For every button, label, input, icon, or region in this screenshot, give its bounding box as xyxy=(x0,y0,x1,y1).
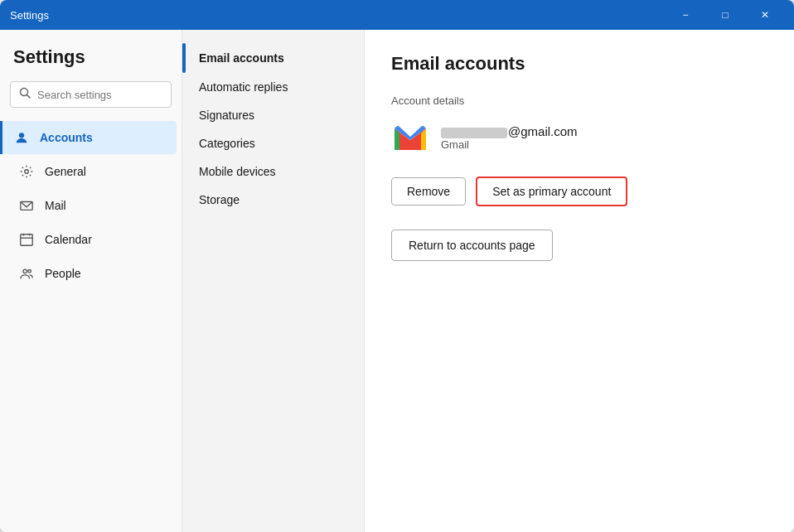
account-type: Gmail xyxy=(441,138,578,151)
section-label: Account details xyxy=(391,94,767,107)
title-bar-title: Settings xyxy=(10,9,49,22)
search-icon xyxy=(19,87,31,102)
gmail-logo xyxy=(391,118,429,157)
settings-window: Settings − □ ✕ Settings xyxy=(0,0,794,532)
middle-nav-email-accounts-label: Email accounts xyxy=(199,51,284,65)
mail-icon xyxy=(18,197,35,214)
title-bar-controls: − □ ✕ xyxy=(666,2,784,28)
sidebar-item-people[interactable]: People xyxy=(5,257,177,290)
set-primary-button[interactable]: Set as primary account xyxy=(476,177,627,206)
middle-nav-mobile-devices-label: Mobile devices xyxy=(199,165,276,178)
search-box[interactable] xyxy=(10,81,172,108)
page-title: Email accounts xyxy=(391,53,767,75)
middle-nav-categories[interactable]: Categories xyxy=(182,129,364,157)
middle-nav-automatic-replies[interactable]: Automatic replies xyxy=(182,73,364,101)
sidebar-item-mail-label: Mail xyxy=(45,199,66,212)
email-redacted xyxy=(441,128,507,138)
search-input[interactable] xyxy=(37,89,162,101)
minimize-button[interactable]: − xyxy=(666,2,704,28)
content-area: Settings Accounts xyxy=(0,30,794,532)
email-suffix: @gmail.com xyxy=(508,124,578,138)
middle-nav-storage[interactable]: Storage xyxy=(182,186,364,214)
middle-nav-mobile-devices[interactable]: Mobile devices xyxy=(182,157,364,186)
return-to-accounts-button[interactable]: Return to accounts page xyxy=(391,230,553,261)
gear-icon xyxy=(18,163,35,180)
sidebar-item-accounts-label: Accounts xyxy=(40,131,93,144)
middle-nav-categories-label: Categories xyxy=(199,137,255,150)
calendar-icon xyxy=(18,231,35,248)
sidebar-item-calendar-label: Calendar xyxy=(45,233,92,246)
title-bar: Settings − □ ✕ xyxy=(0,0,794,30)
account-email: @gmail.com xyxy=(441,124,578,138)
middle-nav-automatic-replies-label: Automatic replies xyxy=(199,80,288,94)
arrow-annotation xyxy=(784,127,794,210)
remove-button[interactable]: Remove xyxy=(391,177,466,206)
middle-nav-signatures[interactable]: Signatures xyxy=(182,101,364,129)
middle-nav-signatures-label: Signatures xyxy=(199,109,254,122)
middle-nav-storage-label: Storage xyxy=(199,193,240,206)
svg-rect-5 xyxy=(21,235,32,246)
title-bar-left: Settings xyxy=(10,9,49,22)
account-row: @gmail.com Gmail xyxy=(391,118,767,157)
account-buttons-row: Remove Set as primary account xyxy=(391,177,767,206)
sidebar-item-people-label: People xyxy=(45,267,81,280)
svg-point-3 xyxy=(25,170,29,174)
svg-line-1 xyxy=(27,95,31,99)
maximize-button[interactable]: □ xyxy=(706,2,744,28)
active-indicator xyxy=(182,43,186,73)
people-icon xyxy=(18,265,35,282)
person-icon xyxy=(13,129,30,146)
middle-nav-email-accounts[interactable]: Email accounts xyxy=(182,43,364,73)
middle-nav: Email accounts Automatic replies Signatu… xyxy=(182,30,365,532)
sidebar: Settings Accounts xyxy=(0,30,182,532)
sidebar-item-accounts[interactable]: Accounts xyxy=(0,121,177,154)
account-info: @gmail.com Gmail xyxy=(441,124,578,151)
main-content: Email accounts Account details xyxy=(365,30,794,532)
sidebar-item-calendar[interactable]: Calendar xyxy=(5,223,177,256)
svg-point-10 xyxy=(28,270,31,273)
sidebar-item-general[interactable]: General xyxy=(5,155,177,188)
sidebar-item-general-label: General xyxy=(45,165,86,178)
svg-point-9 xyxy=(23,269,27,273)
svg-point-2 xyxy=(19,133,24,138)
sidebar-title: Settings xyxy=(0,46,182,81)
close-button[interactable]: ✕ xyxy=(746,2,784,28)
sidebar-item-mail[interactable]: Mail xyxy=(5,189,177,222)
